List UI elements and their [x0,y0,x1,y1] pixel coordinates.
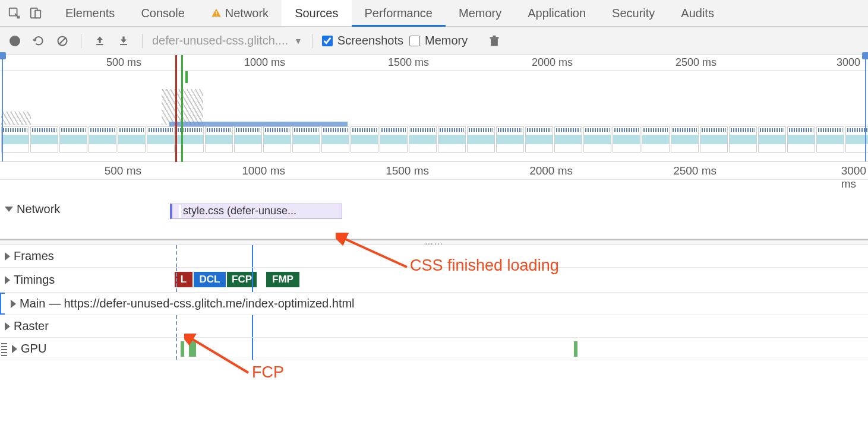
garbage-collect-icon[interactable] [485,32,503,50]
screenshots-checkbox[interactable]: Screenshots [322,34,403,47]
filmstrip-frame[interactable] [30,126,58,153]
reload-button[interactable] [30,32,48,50]
overview-timeline[interactable]: 500 ms 1000 ms 1500 ms 2000 ms 2500 ms 3… [0,55,868,162]
svg-rect-2 [35,10,40,18]
screenshots-checkbox-input[interactable] [322,36,333,46]
filmstrip-frame[interactable] [613,126,640,153]
filmstrip-frame[interactable] [671,126,699,153]
track-timings: Timings L DCL FCP FMP [0,268,868,293]
timeline-blue-marker [252,338,253,360]
toolbar-divider [81,34,81,48]
filmstrip-frame[interactable] [409,126,437,153]
filmstrip-frame[interactable] [118,126,146,153]
track-raster: Raster [0,315,868,338]
filmstrip-frame[interactable] [583,126,611,153]
filmstrip-frame[interactable] [292,126,320,153]
flamechart-details: 500 ms 1000 ms 1500 ms 2000 ms 2500 ms 3… [0,162,868,360]
tab-sources[interactable]: Sources [282,0,351,26]
track-main: Main — https://defer-unused-css.glitch.m… [0,293,868,315]
memory-checkbox-input[interactable] [409,36,420,46]
tab-application[interactable]: Application [515,0,599,26]
tab-performance[interactable]: Performance [352,0,446,26]
filmstrip-frame[interactable] [176,126,204,153]
svg-rect-9 [491,38,498,46]
filmstrip-frame[interactable] [59,126,87,153]
filmstrip-frame[interactable] [351,126,378,153]
svg-rect-7 [96,44,103,45]
filmstrip-frame[interactable] [845,126,868,153]
filmstrip-frame[interactable] [758,126,786,153]
recording-selector[interactable]: defer-unused-css.glitch.... ▼ [152,34,302,47]
record-button[interactable] [6,32,24,50]
ruler-label: 2500 ms [676,56,717,69]
filmstrip-frame[interactable] [729,126,757,153]
gpu-task[interactable] [574,341,577,357]
download-profile-icon[interactable] [115,32,132,50]
tab-audits[interactable]: Audits [668,0,727,26]
device-toolbar-icon[interactable] [25,0,46,26]
filmstrip-frame[interactable] [234,126,262,153]
tab-console[interactable]: Console [128,0,197,26]
timing-marker-l[interactable]: L [175,272,192,287]
filmstrip-frame[interactable] [642,126,670,153]
filmstrip-frame[interactable] [380,126,408,153]
annotation-fcp: FCP [252,363,284,382]
filmstrip-frame[interactable] [496,126,524,153]
track-frames-body[interactable] [170,245,868,267]
track-gpu-body[interactable] [170,338,868,360]
filmstrip-frame[interactable] [321,126,349,153]
track-raster-body[interactable] [170,315,868,337]
svg-rect-8 [120,44,127,45]
filmstrip-frame[interactable] [438,126,466,153]
filmstrip-frame[interactable] [147,126,175,153]
tab-security[interactable]: Security [599,0,668,26]
ruler-label: 2500 ms [673,164,717,177]
tab-network[interactable]: Network [198,0,282,26]
filmstrip-frame[interactable] [700,126,728,153]
disclosure-triangle-icon [11,300,16,308]
filmstrip-frame[interactable] [89,126,116,153]
filmstrip-frame[interactable] [263,126,291,153]
timeline-dashed-marker [176,245,177,267]
track-timings-header[interactable]: Timings [0,268,170,292]
timing-marker-dcl[interactable]: DCL [194,272,226,287]
filmstrip-frame[interactable] [816,126,844,153]
memory-checkbox[interactable]: Memory [409,34,468,47]
track-main-header[interactable]: Main — https://defer-unused-css.glitch.m… [0,293,359,315]
filmstrip-frame[interactable] [1,126,29,153]
track-timings-body[interactable]: L DCL FCP FMP [170,268,868,292]
track-frames-header[interactable]: Frames [0,245,170,267]
screenshots-filmstrip[interactable] [0,125,868,158]
tab-memory[interactable]: Memory [446,0,515,26]
svg-line-6 [59,37,66,45]
track-network-label: Network [17,202,60,216]
toolbar-divider [312,34,313,48]
timeline-blue-marker [252,245,253,267]
network-request-bar[interactable]: style.css (defer-unuse... [170,204,342,219]
filmstrip-frame[interactable] [525,126,553,153]
filmstrip-frame[interactable] [787,126,815,153]
inspect-element-icon[interactable] [4,0,25,26]
disclosure-triangle-icon [5,252,10,261]
overview-ruler: 500 ms 1000 ms 1500 ms 2000 ms 2500 ms 3… [0,55,868,71]
recording-selector-label: defer-unused-css.glitch.... [152,34,288,47]
filmstrip-frame[interactable] [205,126,233,153]
timing-marker-fmp[interactable]: FMP [266,272,299,287]
pane-resizer[interactable]: ⋯⋯ [0,239,868,245]
gpu-task[interactable] [181,341,184,357]
overview-marker-green [181,55,183,162]
timeline-blue-marker [252,315,253,337]
filmstrip-frame[interactable] [467,126,495,153]
ruler-label: 500 ms [106,56,141,69]
clear-button[interactable] [53,32,71,50]
track-gpu-header[interactable]: GPU [0,338,170,360]
track-gpu-label: GPU [21,342,46,356]
track-raster-header[interactable]: Raster [0,315,170,337]
tab-elements[interactable]: Elements [52,0,128,26]
chevron-down-icon: ▼ [294,36,302,46]
track-network-header[interactable]: Network [0,180,170,239]
timeline-dashed-marker [176,268,177,292]
filmstrip-frame[interactable] [554,126,582,153]
gpu-task[interactable] [189,341,196,357]
upload-profile-icon[interactable] [91,32,109,50]
